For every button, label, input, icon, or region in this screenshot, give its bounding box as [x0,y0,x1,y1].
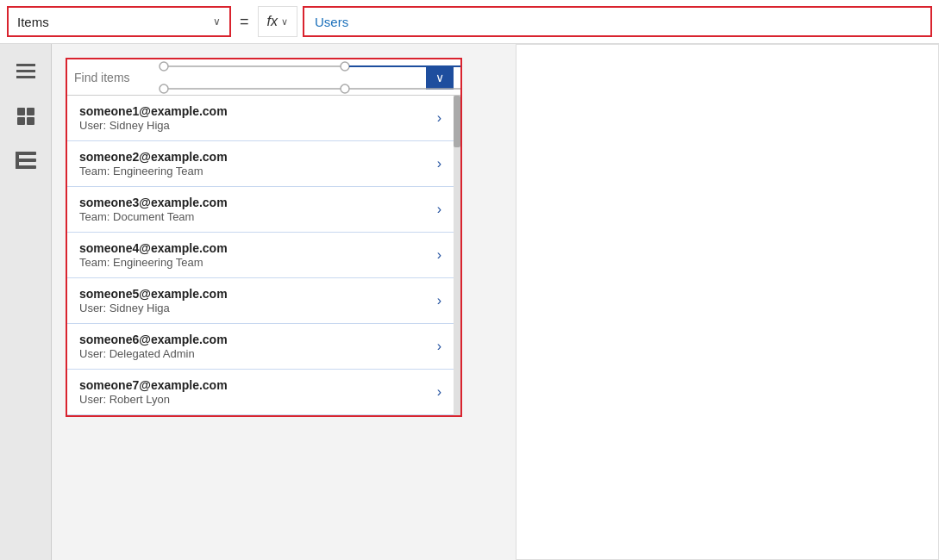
list-item-email: someone5@example.com [79,287,228,301]
list-item-email: someone4@example.com [79,241,228,255]
list-item[interactable]: someone6@example.comUser: Delegated Admi… [67,324,454,370]
dropdown-scroll-container: someone1@example.comUser: Sidney Higa›so… [67,96,460,415]
top-bar: Items ∨ = fx ∨ Users [0,0,939,44]
items-dropdown-label: Items [17,15,49,29]
main-area: ∨ someone1@example.comUser: Sidney Higa›… [0,44,939,560]
items-dropdown-arrow-icon: ∨ [213,16,221,28]
list-item[interactable]: someone7@example.comUser: Robert Lyon› [67,370,454,415]
items-dropdown[interactable]: Items ∨ [7,6,231,37]
users-tag-label: Users [315,15,348,29]
list-item[interactable]: someone1@example.comUser: Sidney Higa› [67,96,454,141]
menu-icon[interactable] [12,58,40,85]
list-item-chevron-icon: › [437,156,441,171]
list-item-sub: Team: Engineering Team [79,165,228,177]
sidebar [0,44,52,560]
svg-rect-0 [16,64,35,66]
fx-label: fx [267,14,278,29]
search-dropdown-button[interactable]: ∨ [426,65,454,90]
search-input[interactable] [74,67,426,88]
list-item-chevron-icon: › [437,110,441,126]
svg-rect-2 [16,76,35,78]
fx-arrow-icon: ∨ [281,16,288,28]
list-item-sub: User: Robert Lyon [79,393,228,406]
list-item-sub: User: Sidney Higa [79,302,228,314]
list-item-sub: Team: Document Team [79,210,228,223]
right-panel [516,44,940,560]
layers-icon[interactable] [12,103,40,130]
search-bar: ∨ [67,59,460,96]
svg-rect-5 [17,117,25,125]
dropdown-panel: ∨ someone1@example.comUser: Sidney Higa›… [66,58,462,417]
list-item-chevron-icon: › [437,247,441,263]
list-item[interactable]: someone5@example.comUser: Sidney Higa› [67,278,454,324]
list-item[interactable]: someone3@example.comTeam: Document Team› [67,187,454,233]
list-item-email: someone7@example.com [79,378,228,392]
list-item-chevron-icon: › [437,384,441,400]
list-item-sub: Team: Engineering Team [79,256,228,269]
scrollbar-thumb[interactable] [454,96,460,147]
svg-rect-6 [27,117,34,125]
list-item-email: someone3@example.com [79,196,228,209]
grid-icon[interactable] [12,147,40,175]
list-item-email: someone2@example.com [79,150,228,164]
list-item-chevron-icon: › [437,339,441,354]
equals-sign: = [236,13,253,31]
fx-button[interactable]: fx ∨ [258,6,297,37]
list-item[interactable]: someone2@example.comTeam: Engineering Te… [67,141,454,187]
list-item-sub: User: Delegated Admin [79,347,228,360]
svg-rect-4 [27,108,34,115]
scrollbar-track[interactable] [454,96,460,415]
svg-rect-10 [16,152,19,169]
list-item-chevron-icon: › [437,293,441,308]
list-item-email: someone1@example.com [79,104,228,118]
list-item-email: someone6@example.com [79,333,228,346]
list-item-sub: User: Sidney Higa [79,119,228,132]
list-item-chevron-icon: › [437,202,441,217]
svg-rect-3 [17,108,25,115]
search-dropdown-arrow-icon: ∨ [435,71,444,84]
list-container: someone1@example.comUser: Sidney Higa›so… [67,96,454,415]
list-item[interactable]: someone4@example.comTeam: Engineering Te… [67,233,454,278]
users-tag[interactable]: Users [303,6,932,37]
svg-rect-1 [16,70,35,72]
content-panel: ∨ someone1@example.comUser: Sidney Higa›… [52,44,502,560]
